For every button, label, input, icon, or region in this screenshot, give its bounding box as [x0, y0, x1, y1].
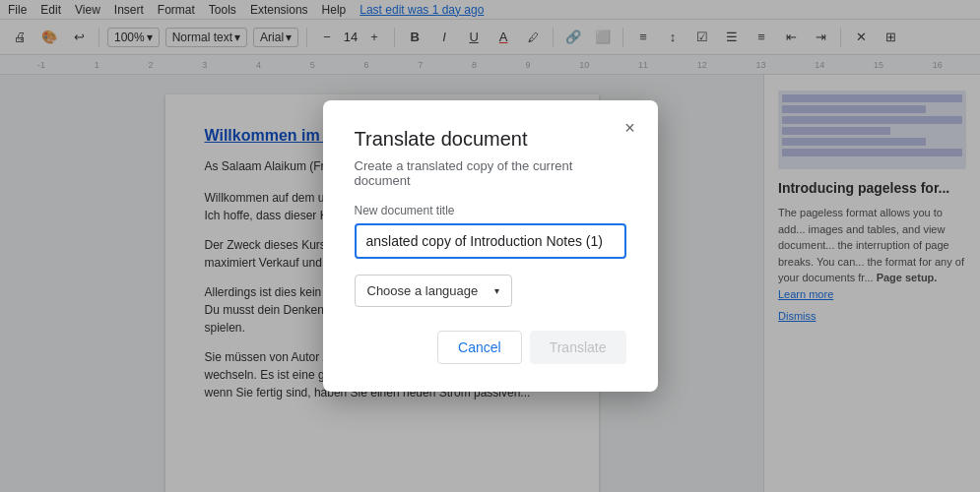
- cancel-button[interactable]: Cancel: [437, 331, 522, 364]
- modal-close-button[interactable]: ×: [619, 116, 642, 140]
- language-selector-label: Choose a language: [367, 283, 479, 298]
- translate-modal: × Translate document Create a translated…: [323, 100, 658, 392]
- translate-button[interactable]: Translate: [530, 331, 626, 364]
- doc-title-label: New document title: [355, 204, 626, 217]
- modal-actions: Cancel Translate: [355, 331, 626, 364]
- language-chevron-icon: ▾: [494, 285, 499, 296]
- modal-subtitle: Create a translated copy of the current …: [355, 158, 626, 188]
- language-selector[interactable]: Choose a language ▾: [355, 275, 512, 307]
- modal-title: Translate document: [355, 128, 626, 151]
- modal-overlay: × Translate document Create a translated…: [0, 0, 980, 492]
- doc-title-input[interactable]: [355, 223, 626, 259]
